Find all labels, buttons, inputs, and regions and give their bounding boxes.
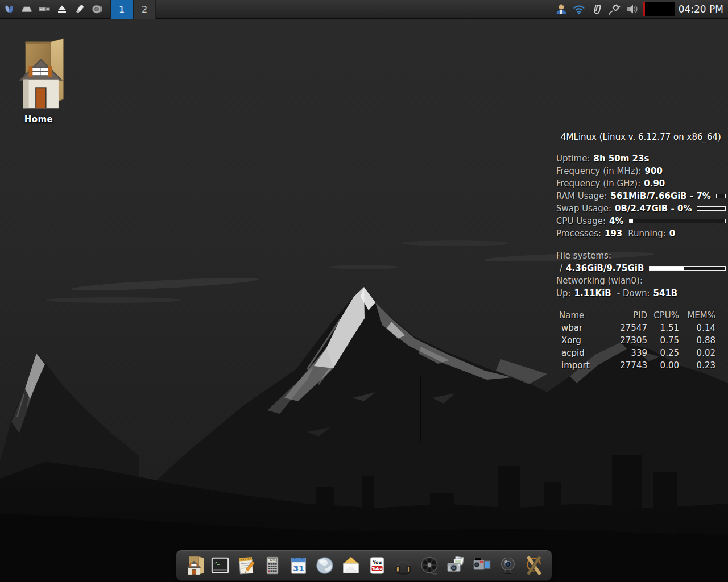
wifi-icon[interactable] [570, 1, 588, 18]
swap-value: 0B/2.47GiB - 0% [615, 202, 692, 215]
system-monitor: 4MLinux (Linux v. 6.12.77 on x86_64) Upt… [556, 131, 726, 372]
cpu-row: CPU Usage: 4% [556, 215, 726, 227]
network-updown-row: Up: 1.11KiB - Down: 541B [556, 287, 726, 300]
panel-clock: 04:20 PM [677, 3, 728, 15]
filesystems-label: File systems: [556, 250, 611, 262]
user-icon[interactable] [553, 1, 570, 18]
ram-row: RAM Usage: 561MiB/7.66GiB - 7% [556, 190, 726, 202]
uptime-label: Uptime: [556, 152, 590, 165]
dock-item-email[interactable] [340, 554, 362, 577]
svg-text:1256: 1256 [270, 559, 276, 562]
dock-item-webcam[interactable] [497, 554, 519, 577]
running-value: 0 [669, 227, 675, 240]
conky-divider [556, 304, 726, 304]
conky-title: 4MLinux (Linux v. 6.12.77 on x86_64) [556, 131, 726, 143]
cpu-graph [643, 2, 675, 16]
conky-divider [556, 244, 726, 244]
process-pid: 27743 [612, 359, 647, 372]
freq-ghz-value: 0.90 [644, 177, 665, 190]
fs-mount-label: / [556, 262, 562, 275]
process-cpu: 0.25 [647, 347, 679, 359]
running-label: Running: [628, 227, 666, 240]
workspace-switcher: 1 2 [110, 0, 156, 19]
dock-item-music[interactable] [392, 554, 415, 577]
processes-label: Processes: [556, 227, 601, 240]
freq-ghz-row: Frequency (in GHz): 0.90 [556, 177, 726, 190]
freq-mhz-label: Frequency (in MHz): [556, 165, 642, 177]
dock-item-youtube[interactable]: You Tube [366, 554, 388, 577]
speaker-icon[interactable] [88, 1, 106, 18]
process-cpu: 0.00 [647, 359, 679, 372]
dock: >_ 1256 [176, 550, 552, 581]
col-name: Name [556, 309, 612, 322]
process-pid: 27547 [612, 322, 647, 334]
freq-ghz-label: Frequency (in GHz): [556, 177, 640, 190]
svg-text:31: 31 [293, 564, 304, 573]
fs-bar [649, 266, 726, 271]
networking-label: Networking (wlan0): [556, 275, 643, 287]
process-pid: 339 [612, 347, 647, 359]
up-label: Up: [556, 287, 571, 300]
process-cpu: 0.75 [647, 334, 679, 347]
down-value: 541B [653, 287, 678, 300]
svg-text:>_: >_ [214, 559, 220, 564]
ram-bar [716, 194, 726, 198]
desktop-icon-label: Home [9, 114, 68, 124]
up-value: 1.11KiB [574, 287, 611, 300]
eject-icon[interactable] [53, 1, 71, 18]
conky-divider [556, 147, 726, 147]
processes-value: 193 [605, 227, 622, 240]
system-tray: 04:20 PM [553, 1, 728, 18]
dock-item-movies[interactable] [418, 554, 441, 577]
adapter-icon[interactable] [71, 1, 88, 18]
touchpad-icon[interactable] [18, 1, 35, 18]
ram-value: 561MiB/7.66GiB - 7% [611, 190, 711, 202]
dock-item-web-browser[interactable] [313, 554, 336, 577]
svg-text:You: You [372, 559, 382, 564]
dock-item-calendar[interactable]: 31 [287, 554, 310, 577]
col-pid: PID [612, 309, 647, 322]
workspace-1[interactable]: 1 [110, 0, 133, 19]
process-name: acpid [556, 347, 612, 359]
filesystems-header: File systems: [556, 250, 726, 262]
home-folder-icon [12, 36, 65, 111]
desktop-icon-home[interactable]: Home [9, 36, 68, 124]
process-mem: 0.14 [679, 322, 715, 334]
process-mem: 0.02 [679, 347, 715, 359]
dock-item-photos[interactable] [444, 554, 467, 577]
dock-item-video-recorder[interactable] [470, 554, 493, 577]
power-plug-icon[interactable] [606, 1, 623, 18]
networking-header: Networking (wlan0): [556, 275, 726, 287]
paperclip-icon[interactable] [588, 1, 606, 18]
swap-bar [697, 206, 726, 211]
usb-drive-icon[interactable] [35, 1, 53, 18]
process-name: import [556, 359, 612, 372]
dock-item-xorg[interactable] [523, 554, 545, 577]
process-name: Xorg [556, 334, 612, 347]
volume-icon[interactable] [623, 1, 641, 18]
uptime-row: Uptime: 8h 50m 23s [556, 152, 726, 165]
dock-item-terminal[interactable]: >_ [209, 554, 231, 577]
swap-row: Swap Usage: 0B/2.47GiB - 0% [556, 202, 726, 215]
cpu-value: 4% [609, 215, 623, 227]
process-pid: 27305 [612, 334, 647, 347]
dock-item-home[interactable] [183, 554, 205, 577]
process-table: Name PID CPU% MEM% wbar 27547 1.51 0.14 … [556, 309, 726, 372]
cpu-bar [629, 219, 726, 223]
down-label: - Down: [617, 287, 650, 300]
process-name: wbar [556, 322, 612, 334]
dock-item-calculator[interactable]: 1256 [261, 554, 284, 577]
top-panel: 1 2 [0, 0, 728, 19]
uptime-value: 8h 50m 23s [593, 152, 649, 165]
svg-text:Tube: Tube [372, 566, 383, 571]
fs-usage-value: 4.36GiB/9.75GiB [566, 262, 644, 275]
dock-item-text-editor[interactable] [235, 554, 258, 577]
process-cpu: 1.51 [647, 322, 679, 334]
4mlinux-menu-icon[interactable] [0, 1, 18, 18]
freq-mhz-row: Frequency (in MHz): 900 [556, 165, 726, 177]
cpu-label: CPU Usage: [556, 215, 606, 227]
col-mem: MEM% [679, 309, 715, 322]
swap-label: Swap Usage: [556, 202, 611, 215]
freq-mhz-value: 900 [645, 165, 663, 177]
workspace-2[interactable]: 2 [133, 0, 156, 19]
